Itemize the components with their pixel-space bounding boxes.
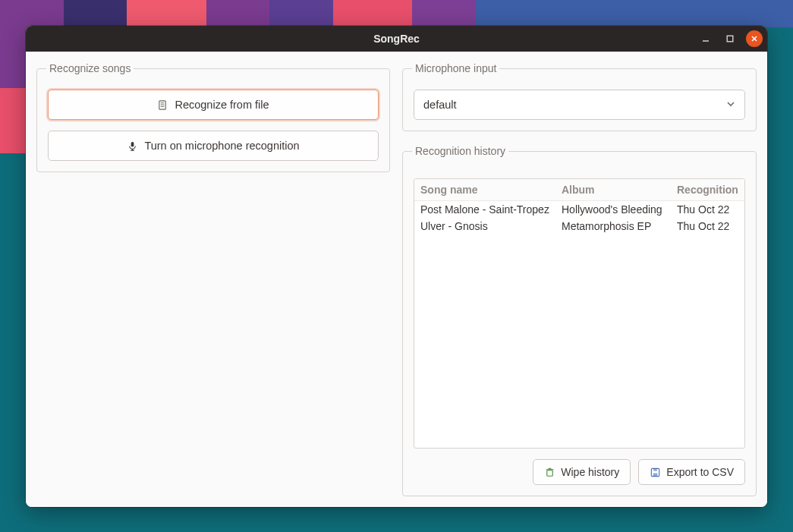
trash-icon xyxy=(544,467,555,478)
microphone-input-select[interactable]: default xyxy=(414,90,745,120)
wipe-history-button[interactable]: Wipe history xyxy=(533,459,631,485)
col-album[interactable]: Album xyxy=(555,179,671,201)
cell-album: Hollywood's Bleeding xyxy=(555,201,671,219)
window-controls xyxy=(697,26,763,52)
recognition-history-group: Recognition history Song name Album Reco… xyxy=(402,145,757,496)
export-csv-button[interactable]: Export to CSV xyxy=(638,459,745,485)
turn-on-mic-button[interactable]: Turn on microphone recognition xyxy=(48,131,379,161)
microphone-input-selected: default xyxy=(423,99,457,111)
microphone-input-legend: Microphone input xyxy=(412,62,499,74)
microphone-icon xyxy=(127,140,138,152)
app-window: SongRec Recognize songs xyxy=(26,26,767,507)
minimize-icon xyxy=(702,35,710,42)
wipe-history-label: Wipe history xyxy=(561,466,619,478)
svg-rect-15 xyxy=(653,473,658,476)
table-row[interactable]: Post Malone - Saint-Tropez Hollywood's B… xyxy=(414,201,744,219)
save-icon xyxy=(650,467,661,478)
window-content: Recognize songs Recognize from file Turn… xyxy=(26,52,767,507)
recognize-songs-group: Recognize songs Recognize from file Turn… xyxy=(36,62,390,172)
microphone-input-group: Microphone input default xyxy=(402,62,757,131)
cell-song: Ulver - Gnosis xyxy=(414,218,555,235)
turn-on-mic-label: Turn on microphone recognition xyxy=(144,140,299,152)
svg-rect-1 xyxy=(727,36,733,42)
recognition-history-legend: Recognition history xyxy=(412,145,508,157)
maximize-button[interactable] xyxy=(722,30,738,47)
close-button[interactable] xyxy=(746,30,763,47)
recognize-from-file-label: Recognize from file xyxy=(175,99,269,111)
svg-rect-8 xyxy=(131,141,134,146)
svg-rect-11 xyxy=(547,470,553,476)
close-icon xyxy=(751,35,758,42)
minimize-button[interactable] xyxy=(697,30,714,47)
window-title: SongRec xyxy=(373,33,420,45)
cell-date: Thu Oct 22 xyxy=(671,218,744,235)
file-icon xyxy=(157,99,168,111)
export-csv-label: Export to CSV xyxy=(666,466,734,478)
col-song-name[interactable]: Song name xyxy=(414,179,555,201)
cell-song: Post Malone - Saint-Tropez xyxy=(414,201,555,219)
chevron-down-icon xyxy=(726,99,735,111)
recognize-songs-legend: Recognize songs xyxy=(46,62,134,74)
table-row[interactable]: Ulver - Gnosis Metamorphosis EP Thu Oct … xyxy=(414,218,744,235)
history-table-body: Post Malone - Saint-Tropez Hollywood's B… xyxy=(414,201,744,235)
recognize-from-file-button[interactable]: Recognize from file xyxy=(48,90,379,120)
history-table: Song name Album Recognition Post Malone … xyxy=(414,179,744,235)
svg-rect-16 xyxy=(653,468,657,471)
maximize-icon xyxy=(726,35,734,42)
history-table-wrap[interactable]: Song name Album Recognition Post Malone … xyxy=(414,178,745,449)
col-recognition-date[interactable]: Recognition xyxy=(671,179,744,201)
titlebar[interactable]: SongRec xyxy=(26,26,767,52)
cell-album: Metamorphosis EP xyxy=(555,218,671,235)
cell-date: Thu Oct 22 xyxy=(671,201,744,219)
